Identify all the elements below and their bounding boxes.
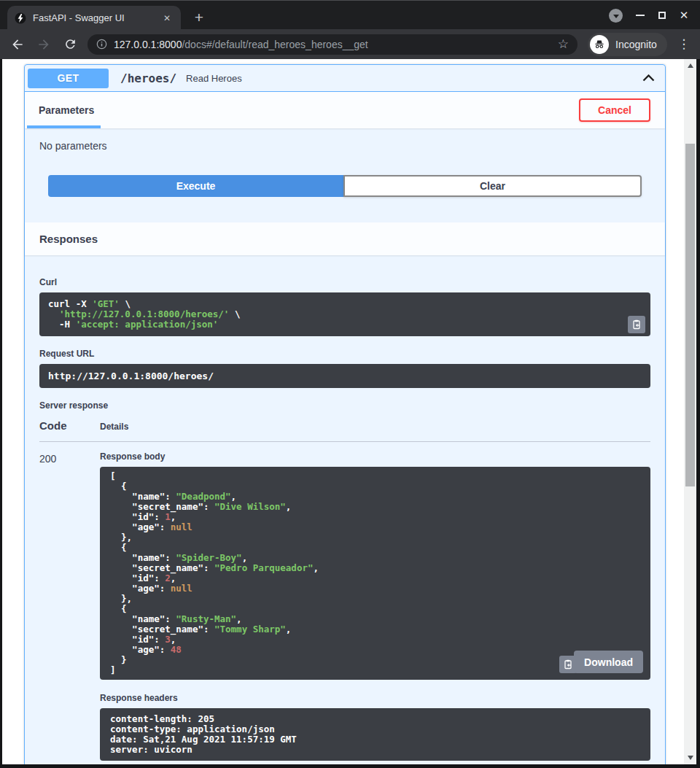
response-body-label: Response body [100, 451, 650, 462]
url-host: 127.0.0.1:8000 [114, 39, 182, 50]
maximize-button[interactable] [655, 8, 669, 23]
curl-command-text: curl -X 'GET' \ 'http://127.0.0.1:8000/h… [48, 299, 642, 330]
swagger-page: GET /heroes/ Read Heroes Parameters Canc… [2, 59, 684, 764]
table-header-row: Code Details [39, 414, 650, 442]
execute-button[interactable]: Execute [48, 175, 343, 197]
no-parameters-text: No parameters [39, 140, 650, 152]
tab-parameters[interactable]: Parameters [27, 92, 101, 128]
parameters-section-header: Parameters Cancel [25, 92, 665, 128]
clear-button[interactable]: Clear [343, 175, 642, 197]
site-info-icon[interactable] [96, 39, 107, 50]
browser-menu-button[interactable]: ⋮ [677, 36, 691, 52]
tab-strip: FastAPI - Swagger UI ✕ + ✕ [0, 0, 700, 29]
active-tab-underline [27, 125, 101, 128]
table-row: 200 Response body [ { "name": "Deadpond"… [39, 442, 650, 761]
response-headers-label: Response headers [100, 693, 650, 703]
incognito-label: Incognito [615, 39, 657, 50]
execute-row: Execute Clear [48, 175, 642, 197]
method-badge: GET [28, 69, 109, 88]
response-headers-block: content-length: 205content-type: applica… [100, 708, 650, 761]
download-button[interactable]: Download [574, 651, 643, 673]
page-scrollbar[interactable] [684, 59, 696, 764]
browser-tab[interactable]: FastAPI - Swagger UI ✕ [7, 6, 181, 30]
collapse-chevron-up-icon[interactable] [642, 74, 655, 82]
curl-command-block: curl -X 'GET' \ 'http://127.0.0.1:8000/h… [39, 292, 650, 336]
details-column-header: Details [100, 422, 128, 432]
response-body-json: [ { "name": "Deadpond", "secret_name": "… [110, 471, 640, 675]
copy-to-clipboard-button[interactable] [628, 316, 645, 333]
request-url-block: http://127.0.0.1:8000/heroes/ [39, 364, 650, 388]
incognito-badge: Incognito [588, 33, 667, 56]
scroll-down-arrow-icon[interactable] [688, 756, 693, 760]
response-details: Response body [ { "name": "Deadpond", "s… [100, 451, 650, 761]
tab-search-button[interactable] [609, 9, 623, 23]
server-response-label: Server response [39, 400, 650, 411]
url-bar[interactable]: 127.0.0.1:8000/docs#/default/read_heroes… [88, 34, 578, 55]
close-window-button[interactable]: ✕ [677, 8, 691, 23]
incognito-icon [590, 35, 609, 54]
response-headers-text: content-length: 205content-type: applica… [110, 714, 640, 755]
cancel-button[interactable]: Cancel [579, 98, 650, 122]
scrollbar-thumb[interactable] [685, 144, 695, 486]
request-url-label: Request URL [39, 349, 650, 359]
chevron-down-icon [613, 15, 619, 18]
back-button[interactable] [9, 36, 26, 53]
request-url-value: http://127.0.0.1:8000/heroes/ [48, 371, 214, 381]
scroll-up-arrow-icon[interactable] [688, 63, 693, 68]
new-tab-button[interactable]: + [190, 8, 209, 27]
parameters-body: No parameters [25, 128, 665, 152]
tab-close-icon[interactable]: ✕ [160, 12, 174, 25]
opblock-get-heroes: GET /heroes/ Read Heroes Parameters Canc… [24, 64, 666, 764]
url-path: /docs#/default/read_heroes_heroes__get [182, 39, 368, 50]
parameters-title: Parameters [39, 104, 94, 116]
response-body-block: [ { "name": "Deadpond", "secret_name": "… [100, 467, 650, 680]
endpoint-summary: Read Heroes [186, 73, 642, 84]
url-text: 127.0.0.1:8000/docs#/default/read_heroes… [114, 39, 558, 50]
responses-body: Curl curl -X 'GET' \ 'http://127.0.0.1:8… [25, 255, 665, 764]
responses-section-header: Responses [25, 222, 665, 255]
responses-title: Responses [39, 233, 98, 245]
code-column-header: Code [39, 419, 100, 432]
opblock-summary[interactable]: GET /heroes/ Read Heroes [25, 65, 665, 92]
tab-title: FastAPI - Swagger UI [33, 12, 160, 23]
fastapi-favicon-icon [15, 12, 26, 24]
curl-label: Curl [39, 277, 650, 287]
endpoint-path: /heroes/ [120, 71, 176, 85]
reload-button[interactable] [61, 36, 79, 53]
status-code: 200 [39, 451, 100, 761]
minimize-button[interactable] [633, 8, 648, 23]
server-response-table: Code Details 200 Response body [ { "name… [39, 414, 650, 761]
forward-button[interactable] [35, 36, 52, 53]
browser-toolbar: 127.0.0.1:8000/docs#/default/read_heroes… [0, 29, 700, 59]
bookmark-star-icon[interactable]: ☆ [558, 38, 569, 50]
